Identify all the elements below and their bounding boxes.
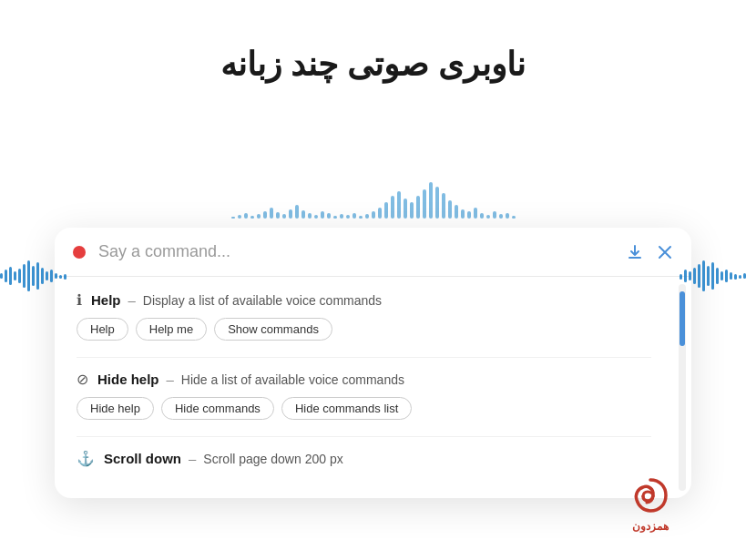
svg-rect-10 xyxy=(46,271,48,280)
card-content: ℹ Help – Display a list of available voi… xyxy=(55,277,691,498)
command-tags-hide-help: Hide help Hide commands Hide commands li… xyxy=(77,397,651,420)
svg-rect-23 xyxy=(716,268,719,284)
svg-rect-18 xyxy=(693,268,696,284)
command-sep-help: – xyxy=(128,292,136,308)
svg-rect-27 xyxy=(734,274,737,280)
left-waveform xyxy=(0,253,68,299)
svg-rect-2 xyxy=(9,267,12,285)
divider-1 xyxy=(77,357,651,358)
waveform-bar xyxy=(378,208,382,219)
waveform-bar xyxy=(301,210,305,219)
close-icon[interactable] xyxy=(657,244,673,260)
waveform-bar xyxy=(340,214,343,219)
svg-rect-11 xyxy=(50,270,53,282)
download-icon[interactable] xyxy=(626,243,644,261)
tag-help[interactable]: Help xyxy=(77,318,128,341)
command-desc-help: Display a list of available voice comman… xyxy=(143,293,382,308)
bar-icons xyxy=(626,243,673,261)
tag-show-commands[interactable]: Show commands xyxy=(214,318,332,341)
page-title: ناوبری صوتی چند زبانه xyxy=(0,0,746,102)
svg-rect-17 xyxy=(689,271,691,280)
svg-rect-16 xyxy=(684,270,687,282)
waveform-bar xyxy=(429,182,433,219)
waveform-bar xyxy=(346,215,350,219)
command-desc-hide-help: Hide a list of available voice commands xyxy=(181,372,404,387)
waveform-bar xyxy=(384,202,388,219)
svg-rect-6 xyxy=(27,260,30,291)
waveform-bar xyxy=(435,187,439,219)
waveform-bar xyxy=(250,216,254,219)
command-tags-help: Help Help me Show commands xyxy=(77,318,651,341)
svg-rect-24 xyxy=(720,271,723,280)
waveform-bar xyxy=(474,208,477,219)
command-name-scroll-down: Scroll down xyxy=(104,451,181,466)
waveform-bar xyxy=(257,214,261,219)
tag-hide-commands-list[interactable]: Hide commands list xyxy=(281,397,412,420)
waveform-bar xyxy=(244,213,248,219)
divider-2 xyxy=(77,436,651,437)
command-sep-hide-help: – xyxy=(167,372,174,387)
svg-rect-9 xyxy=(41,268,44,284)
scroll-thumb xyxy=(680,291,685,346)
command-header-hide-help: ⊘ Hide help – Hide a list of available v… xyxy=(77,371,651,388)
command-card: Say a command... ℹ Help xyxy=(55,228,691,498)
svg-rect-26 xyxy=(730,272,732,280)
waveform-bar xyxy=(467,211,471,219)
waveform-bar xyxy=(333,216,337,219)
mic-indicator xyxy=(73,246,86,259)
logo-icon xyxy=(628,473,673,518)
waveform-bar xyxy=(353,213,356,219)
svg-rect-4 xyxy=(18,269,21,283)
waveform-bar xyxy=(391,196,394,219)
waveform-bar xyxy=(308,213,312,219)
waveform-bar xyxy=(423,189,426,219)
waveform-bar xyxy=(493,211,496,219)
waveform-bar xyxy=(289,209,292,219)
command-placeholder: Say a command... xyxy=(98,242,626,261)
tag-help-me[interactable]: Help me xyxy=(136,318,207,341)
waveform-bar xyxy=(512,216,516,219)
waveform-bar xyxy=(486,215,490,219)
svg-rect-14 xyxy=(64,274,66,280)
svg-rect-13 xyxy=(59,275,62,279)
waveform-bar xyxy=(238,215,241,219)
tag-hide-help[interactable]: Hide help xyxy=(77,397,154,420)
svg-rect-5 xyxy=(23,264,26,288)
scroll-track[interactable] xyxy=(679,284,686,491)
commands-list: ℹ Help – Display a list of available voi… xyxy=(55,277,673,498)
waveform-bar xyxy=(365,214,369,219)
waveform-bar xyxy=(270,208,273,219)
waveform-bar xyxy=(448,200,452,219)
command-name-hide-help: Hide help xyxy=(97,372,159,387)
svg-rect-7 xyxy=(32,266,35,286)
waveform-bar xyxy=(327,213,331,219)
command-item-scroll-down: ⚓ Scroll down – Scroll page down 200 px xyxy=(77,450,651,467)
svg-rect-0 xyxy=(0,273,3,279)
svg-rect-22 xyxy=(711,262,714,290)
info-icon: ℹ xyxy=(77,291,82,309)
command-name-help: Help xyxy=(91,292,121,308)
waveform-bar xyxy=(410,202,414,219)
waveform-bar xyxy=(359,216,363,219)
logo-text: همزدون xyxy=(632,520,669,533)
svg-rect-25 xyxy=(725,270,728,282)
command-bar[interactable]: Say a command... xyxy=(55,228,691,277)
svg-rect-1 xyxy=(5,270,7,282)
waveform-bar xyxy=(263,211,267,219)
waveform-bar xyxy=(231,217,235,219)
waveform-bar xyxy=(461,209,465,219)
waveform-bar xyxy=(480,213,484,219)
svg-rect-8 xyxy=(36,262,39,290)
waveform-bar xyxy=(314,215,318,219)
waveform-bar xyxy=(276,212,280,219)
waveform-bar xyxy=(442,193,445,219)
svg-rect-21 xyxy=(707,266,710,286)
waveform-bar xyxy=(295,205,299,219)
waveform-bar xyxy=(397,191,401,219)
svg-rect-3 xyxy=(14,271,16,280)
svg-rect-12 xyxy=(55,273,57,279)
tag-hide-commands[interactable]: Hide commands xyxy=(161,397,274,420)
svg-rect-28 xyxy=(739,275,741,279)
svg-rect-15 xyxy=(680,274,682,280)
svg-rect-19 xyxy=(698,264,700,288)
